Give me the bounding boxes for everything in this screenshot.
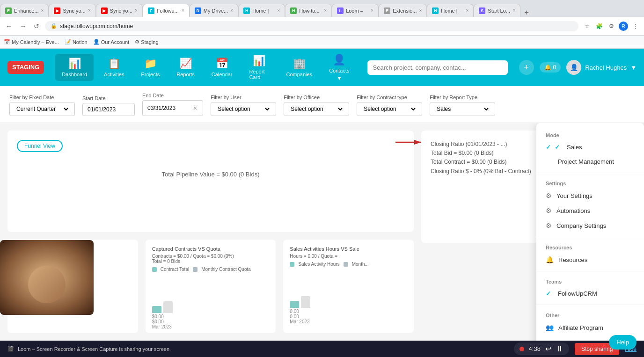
tab-close-icon[interactable]: × [324, 8, 327, 13]
calendly-icon: 📅 [4, 39, 10, 45]
start-date-field[interactable] [88, 106, 130, 113]
tab-close-icon[interactable]: × [182, 8, 184, 13]
teams-check-icon: ✓ [546, 290, 553, 297]
settings-company[interactable]: ⚙ Company Settings [536, 218, 644, 233]
tab-close-icon[interactable]: × [135, 8, 138, 13]
settings-automations[interactable]: ⚙ Automations [536, 203, 644, 218]
tab-drive[interactable]: D My Drive... × [190, 4, 238, 17]
filters-bar: Filter by Fixed Date Current Quarter Sta… [0, 86, 644, 123]
officee-dropdown[interactable]: Select option [289, 105, 344, 113]
filter-officee-select[interactable]: Select option [284, 102, 349, 116]
clear-date-button[interactable]: × [192, 103, 198, 113]
tab-close-icon[interactable]: × [41, 8, 44, 13]
contract-type-dropdown[interactable]: Select option [362, 105, 417, 113]
legend-dot-hours [290, 262, 294, 267]
bookmark-our-account[interactable]: 👤 Our Account [93, 39, 130, 45]
search-input[interactable] [367, 60, 508, 75]
user-name: Rachel Hughes [585, 64, 627, 71]
filter-report-type-select[interactable]: Sales [430, 102, 495, 116]
teams-followupcrm[interactable]: ✓ FollowUpCRM [536, 286, 644, 301]
pause-button[interactable]: ⏸ [556, 345, 564, 353]
tab-home1[interactable]: H Home | × [238, 4, 285, 17]
mode-sales[interactable]: ✓ Sales [536, 140, 644, 154]
filter-report-type-label: Filter by Report Type [430, 95, 495, 100]
profile-icon[interactable]: R [619, 22, 628, 31]
help-button[interactable]: Help [609, 335, 637, 350]
video-person [0, 240, 94, 315]
user-section[interactable]: 👤 Rachel Hughes ▼ [566, 60, 637, 75]
tab-home2[interactable]: H Home | × [427, 4, 474, 17]
tab-loom[interactable]: L Loom – × [332, 4, 379, 17]
mode-project-management[interactable]: Project Management [536, 154, 644, 169]
tab-close-icon[interactable]: × [230, 8, 233, 13]
tab-followup[interactable]: F Followu... × [143, 4, 190, 17]
new-tab-button[interactable]: + [520, 8, 532, 17]
bookmark-staging[interactable]: ⚙ Staging [135, 39, 158, 45]
tab-close-icon[interactable]: × [419, 8, 422, 13]
settings-icon[interactable]: ⚙ [607, 22, 616, 31]
chart-activities: Sales Activities Hours VS Sale Hours = 0… [283, 240, 414, 333]
add-button[interactable]: + [519, 60, 534, 75]
chart-contracts-subtitle1: Contracts = $0.00 / Quota = $0.00 (0%) [152, 254, 270, 259]
mode-sales-label: Sales [567, 144, 582, 151]
tab-close-icon[interactable]: × [277, 8, 280, 13]
nav-report-card[interactable]: 📊 Report Card [242, 51, 276, 84]
nav-calendar[interactable]: 📅 Calendar [205, 54, 239, 81]
chart-contracts-bars [152, 276, 270, 313]
bookmark-star-icon[interactable]: ☆ [582, 22, 592, 31]
nav-contacts[interactable]: 👤 Contacts ▼ [322, 50, 356, 85]
other-affiliate[interactable]: 👥 Affiliate Program [536, 320, 644, 335]
rewind-button[interactable]: ↩ [545, 344, 551, 353]
menu-divider-3 [536, 271, 644, 271]
tab-close-icon[interactable]: × [88, 8, 91, 13]
back-button[interactable]: ← [4, 22, 14, 31]
nav-activities[interactable]: 📋 Activities [97, 54, 131, 81]
legend-dot-month [344, 262, 348, 267]
tab-startlo[interactable]: S Start Lo... × [474, 4, 520, 17]
user-dropdown[interactable]: Select option [216, 105, 271, 113]
nav-projects[interactable]: 📁 Projects [135, 54, 167, 81]
bar-item [163, 301, 173, 313]
nav-dashboard[interactable]: 📊 Dashboard [55, 54, 94, 81]
forward-button[interactable]: → [18, 22, 28, 31]
tab-enhance[interactable]: E Enhance... × [0, 4, 49, 17]
tab-howto[interactable]: H How to... × [285, 4, 332, 17]
settings-your-settings[interactable]: ⚙ Your Settings [536, 188, 644, 203]
nav-label-dashboard: Dashboard [62, 72, 87, 77]
tab-sync2[interactable]: ▶ Sync yo... × [96, 4, 143, 17]
funnel-view-button[interactable]: Funnel View [17, 140, 63, 152]
logout-label: Logout [557, 339, 576, 341]
filter-contract-type-select[interactable]: Select option [357, 102, 422, 116]
more-options-icon[interactable]: ⋮ [631, 22, 640, 31]
chart-contracts: Captured Contracts VS Quota Contracts = … [146, 240, 276, 333]
filter-fixed-date-select[interactable]: Current Quarter [9, 102, 75, 116]
browser-actions: ☆ 🧩 ⚙ R ⋮ [582, 22, 640, 31]
tab-close-icon[interactable]: × [466, 8, 468, 13]
filter-user-select[interactable]: Select option [211, 102, 276, 116]
tab-close-icon[interactable]: × [512, 8, 515, 13]
tab-extension[interactable]: E Extensio... × [379, 4, 427, 17]
nav-reports[interactable]: 📈 Reports [170, 54, 201, 81]
extension-icon[interactable]: 🧩 [594, 22, 604, 31]
nav-companies[interactable]: 🏢 Companies [279, 54, 319, 81]
filter-start-date-label: Start Date [82, 95, 135, 101]
end-date-field[interactable] [147, 105, 190, 111]
url-field[interactable]: 🔒 stage.followupcrm.com/home [45, 21, 578, 31]
tab-favicon: H [243, 7, 250, 14]
tab-favicon: ▶ [101, 7, 108, 14]
contacts-icon: 👤 [333, 54, 345, 66]
tab-sync1[interactable]: ▶ Sync yo... × [49, 4, 95, 17]
resources-icon: 🔔 [546, 256, 554, 263]
fixed-date-dropdown[interactable]: Current Quarter [15, 105, 70, 113]
tab-title: Start Lo... [488, 8, 510, 14]
bookmark-notion[interactable]: 📝 Notion [65, 39, 88, 45]
notifications-button[interactable]: 🔔 0 [540, 62, 561, 73]
tab-favicon: D [195, 7, 201, 14]
report-type-dropdown[interactable]: Sales [435, 105, 490, 113]
tab-close-icon[interactable]: × [371, 8, 373, 13]
reload-button[interactable]: ↺ [32, 22, 41, 31]
bookmarks-bar: 📅 My Calendly – Eve... 📝 Notion 👤 Our Ac… [0, 36, 644, 49]
bookmark-calendly[interactable]: 📅 My Calendly – Eve... [4, 39, 59, 45]
bell-icon: 🔔 [544, 64, 551, 71]
resources-item[interactable]: 🔔 Resources [536, 252, 644, 267]
